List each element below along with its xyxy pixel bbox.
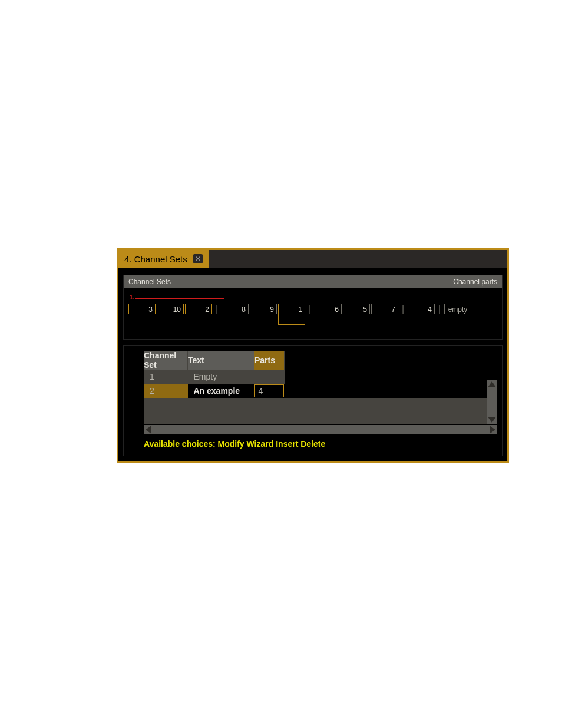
channel-sets-window: 4. Channel Sets ✕ Channel Sets Channel p… (117, 248, 509, 463)
grid-area: Channel Set Text Parts 1 Empty 2 An exam… (128, 351, 497, 424)
slot[interactable]: 7 (371, 304, 398, 314)
slot-selected[interactable]: 1 (278, 304, 305, 325)
slots-area: 1. 3 10 2 | 8 9 1 | 6 5 7 | 4 | empty (124, 288, 502, 339)
annotation-number: 1. (130, 294, 134, 301)
cell-parts: 4 (254, 384, 285, 398)
group-separator: | (213, 304, 220, 314)
table-row[interactable]: 1 Empty (144, 370, 285, 384)
available-choices: Available choices: Modify Wizard Insert … (128, 434, 497, 450)
tab-label: 4. Channel Sets (124, 254, 187, 264)
scroll-right-icon[interactable] (490, 426, 495, 434)
lower-panel: Channel Set Text Parts 1 Empty 2 An exam… (123, 345, 503, 456)
annotation-line (135, 298, 224, 299)
cell-text: Empty (188, 370, 254, 384)
col-header-parts[interactable]: Parts (254, 351, 285, 370)
slot[interactable]: 10 (157, 304, 184, 314)
close-icon[interactable]: ✕ (193, 254, 203, 263)
header-right-label: Channel parts (453, 278, 497, 286)
slot[interactable]: 5 (343, 304, 370, 314)
slot[interactable]: 9 (250, 304, 277, 314)
slot[interactable]: 8 (222, 304, 249, 314)
slot[interactable]: 4 (408, 304, 435, 314)
slot[interactable]: 2 (185, 304, 212, 314)
col-header-text[interactable]: Text (188, 351, 254, 370)
channel-set-table: Channel Set Text Parts 1 Empty 2 An exam… (144, 351, 285, 398)
group-separator: | (306, 304, 313, 314)
panel-header: Channel Sets Channel parts (124, 275, 502, 288)
group-separator: | (436, 304, 443, 314)
tab-bar: 4. Channel Sets ✕ (118, 250, 507, 268)
scroll-left-icon[interactable] (146, 426, 151, 434)
scroll-down-icon[interactable] (488, 417, 496, 423)
slot[interactable]: 6 (315, 304, 342, 314)
slot[interactable]: 3 (128, 304, 156, 314)
upper-panel: Channel Sets Channel parts 1. 3 10 2 | 8… (123, 275, 503, 340)
col-header-channel-set[interactable]: Channel Set (144, 351, 188, 370)
table-row[interactable]: 2 An example 4 (144, 384, 285, 398)
vertical-scrollbar[interactable] (487, 380, 497, 424)
header-left-label: Channel Sets (128, 278, 171, 286)
cell-text: An example (188, 384, 254, 398)
table-empty-area (144, 398, 487, 424)
cell-parts (254, 370, 285, 384)
scroll-up-icon[interactable] (488, 381, 496, 387)
slot-empty[interactable]: empty (444, 304, 471, 314)
cell-id: 2 (144, 384, 188, 398)
parts-field[interactable]: 4 (254, 384, 284, 397)
group-separator: | (399, 304, 406, 314)
horizontal-scrollbar[interactable] (144, 425, 497, 434)
cell-id: 1 (144, 370, 188, 384)
slot-row: 3 10 2 | 8 9 1 | 6 5 7 | 4 | empty (128, 304, 497, 315)
tab-channel-sets[interactable]: 4. Channel Sets ✕ (118, 250, 209, 268)
